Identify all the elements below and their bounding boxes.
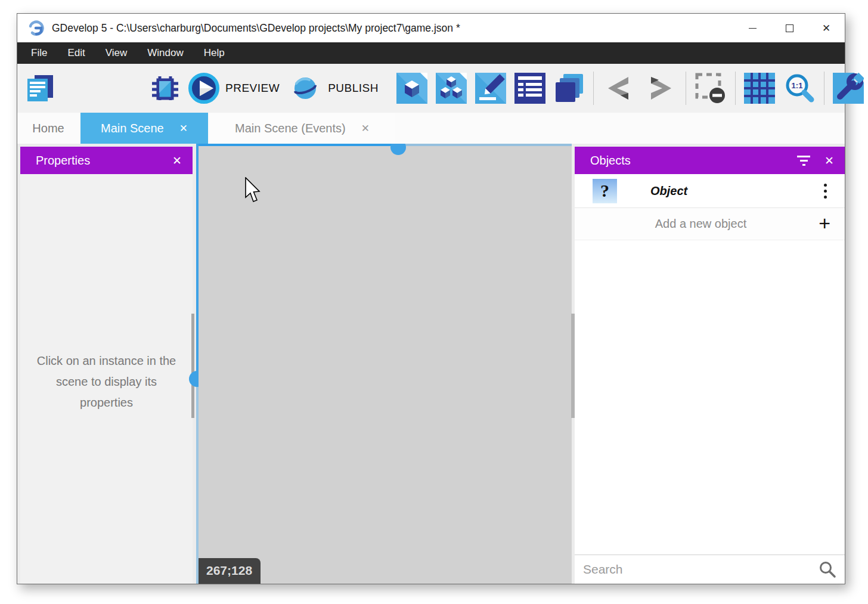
undo-button[interactable] bbox=[602, 75, 636, 102]
cursor-coordinates-badge: 267;128 bbox=[199, 558, 261, 584]
tab-main-scene-events[interactable]: Main Scene (Events) ✕ bbox=[209, 113, 395, 144]
toolbar-separator bbox=[686, 72, 686, 105]
open-settings-button[interactable] bbox=[833, 73, 864, 104]
add-object-label: Add a new object bbox=[655, 217, 746, 231]
one-to-one-label: 1:1 bbox=[792, 81, 803, 90]
tab-home[interactable]: Home bbox=[17, 113, 79, 144]
layers-icon bbox=[554, 73, 585, 104]
wrench-icon bbox=[833, 73, 864, 104]
panel-resize-line-horizontal[interactable] bbox=[199, 144, 398, 146]
project-manager-button[interactable] bbox=[24, 73, 55, 103]
publish-button[interactable]: PUBLISH bbox=[288, 73, 379, 104]
events-sheet-button[interactable] bbox=[514, 73, 545, 104]
deselect-icon bbox=[695, 72, 727, 104]
window-controls: ✕ bbox=[734, 14, 845, 42]
minimize-button[interactable] bbox=[734, 14, 771, 42]
events-list-icon bbox=[514, 73, 545, 104]
menu-help[interactable]: Help bbox=[194, 42, 235, 64]
menu-file[interactable]: File bbox=[21, 42, 57, 64]
toolbar-separator bbox=[735, 72, 736, 105]
objects-panel-header: Objects ✕ bbox=[575, 147, 845, 174]
toolbar: PREVIEW PUBLISH bbox=[17, 64, 845, 113]
object-menu-icon[interactable] bbox=[824, 184, 827, 199]
preview-button[interactable]: PREVIEW bbox=[188, 72, 280, 104]
objects-list-empty-area bbox=[575, 240, 845, 555]
menu-view[interactable]: View bbox=[95, 42, 138, 64]
clear-selection-button[interactable] bbox=[695, 72, 727, 104]
object-groups-button[interactable] bbox=[436, 73, 467, 104]
objects-search-input[interactable] bbox=[575, 562, 819, 577]
properties-close-icon[interactable]: ✕ bbox=[172, 154, 182, 168]
undo-icon bbox=[602, 75, 636, 102]
tab-main-scene-close-icon[interactable]: ✕ bbox=[179, 123, 188, 134]
objects-search-row bbox=[575, 555, 845, 584]
project-manager-icon bbox=[24, 73, 55, 103]
properties-panel-header: Properties ✕ bbox=[20, 147, 193, 174]
menubar: File Edit View Window Help bbox=[17, 42, 845, 64]
minimize-icon bbox=[749, 28, 757, 29]
layers-button[interactable] bbox=[554, 73, 585, 104]
preview-label: PREVIEW bbox=[225, 82, 280, 95]
tab-home-label: Home bbox=[32, 122, 64, 135]
toolbar-separator bbox=[593, 72, 594, 105]
app-window: GDevelop 5 - C:\Users\charburg\Documents… bbox=[17, 13, 845, 584]
window-title: GDevelop 5 - C:\Users\charburg\Documents… bbox=[52, 22, 460, 35]
play-icon bbox=[188, 72, 220, 104]
redo-icon bbox=[644, 75, 677, 102]
search-icon[interactable] bbox=[819, 560, 836, 578]
objects-panel-title: Objects bbox=[590, 154, 631, 168]
properties-panel-body: Click on an instance in the scene to dis… bbox=[20, 174, 193, 584]
menu-window[interactable]: Window bbox=[137, 42, 193, 64]
objects-close-icon[interactable]: ✕ bbox=[824, 154, 834, 168]
grid-icon bbox=[744, 73, 775, 104]
scene-canvas[interactable]: 267;128 bbox=[199, 144, 572, 584]
objects-editor-button[interactable] bbox=[396, 73, 427, 104]
panel-resize-line-horizontal-right[interactable] bbox=[398, 144, 572, 146]
zoom-original-button[interactable]: 1:1 bbox=[783, 72, 816, 104]
properties-panel: Properties ✕ Click on an instance in the… bbox=[20, 147, 193, 584]
objects-panel: Objects ✕ ? Object Add a new object + bbox=[575, 147, 845, 584]
edit-pencil-icon bbox=[475, 73, 506, 104]
tab-main-scene-label: Main Scene bbox=[101, 122, 164, 135]
properties-panel-title: Properties bbox=[36, 154, 90, 168]
tab-main-scene-events-label: Main Scene (Events) bbox=[235, 122, 346, 135]
zoom-one-to-one-icon: 1:1 bbox=[783, 72, 816, 104]
debugger-button[interactable] bbox=[151, 73, 179, 103]
object-name: Object bbox=[650, 184, 687, 198]
titlebar: GDevelop 5 - C:\Users\charburg\Documents… bbox=[17, 14, 845, 42]
properties-empty-message: Click on an instance in the scene to dis… bbox=[30, 351, 183, 413]
tab-main-scene-events-close-icon[interactable]: ✕ bbox=[361, 123, 370, 134]
tab-main-scene[interactable]: Main Scene ✕ bbox=[80, 113, 208, 144]
close-button[interactable]: ✕ bbox=[808, 14, 845, 42]
grid-toggle-button[interactable] bbox=[744, 73, 775, 104]
redo-button[interactable] bbox=[644, 75, 677, 102]
scene-properties-button[interactable] bbox=[475, 73, 506, 104]
content-area: Properties ✕ Click on an instance in the… bbox=[17, 144, 845, 584]
toolbar-separator bbox=[824, 72, 824, 105]
add-object-row[interactable]: Add a new object + bbox=[575, 208, 845, 240]
maximize-button[interactable] bbox=[771, 14, 808, 42]
gdevelop-logo-icon bbox=[27, 19, 45, 37]
add-object-plus-icon[interactable]: + bbox=[819, 211, 830, 234]
globe-icon bbox=[288, 73, 323, 104]
publish-label: PUBLISH bbox=[328, 82, 379, 95]
object-cube-icon bbox=[396, 73, 427, 104]
panel-resize-handle-top[interactable] bbox=[390, 144, 406, 155]
menu-edit[interactable]: Edit bbox=[57, 42, 95, 64]
properties-scrollbar[interactable] bbox=[191, 314, 194, 418]
object-list-item[interactable]: ? Object bbox=[575, 174, 845, 208]
close-icon: ✕ bbox=[822, 23, 830, 33]
filter-icon[interactable] bbox=[796, 156, 811, 166]
tabbar: Home Main Scene ✕ Main Scene (Events) ✕ bbox=[17, 113, 845, 144]
object-thumbnail-icon: ? bbox=[593, 179, 617, 203]
debug-bug-icon bbox=[151, 73, 179, 103]
maximize-icon bbox=[786, 24, 793, 32]
mouse-cursor-icon bbox=[244, 177, 263, 205]
object-groups-icon bbox=[436, 73, 467, 104]
